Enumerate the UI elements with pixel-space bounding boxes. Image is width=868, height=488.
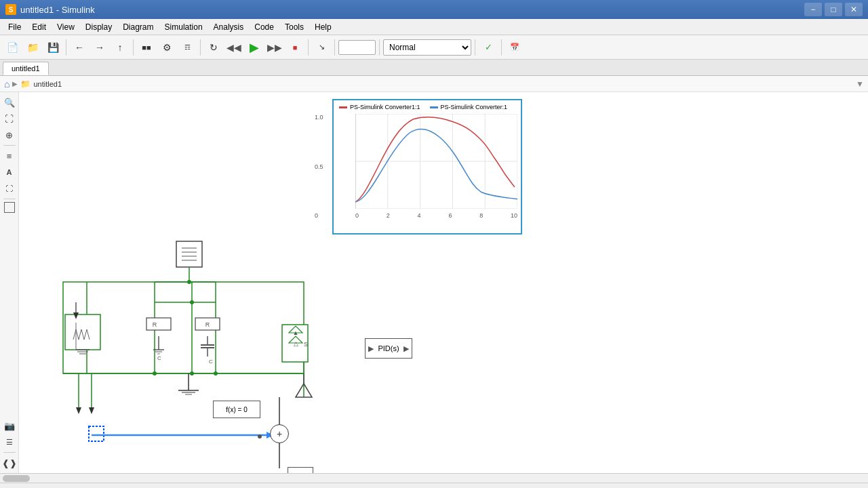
svg-text:R: R — [205, 321, 210, 328]
legend-color-1 — [339, 106, 347, 108]
svg-text:C: C — [157, 355, 161, 361]
forward-button[interactable]: → — [90, 38, 109, 57]
back-button[interactable]: ← — [70, 38, 89, 57]
separator-5 — [334, 39, 335, 56]
svg-marker-39 — [289, 336, 302, 343]
breadcrumb-dropdown-icon[interactable]: ▼ — [856, 79, 864, 89]
fit-button[interactable]: ⛶ — [2, 111, 17, 126]
scrollbar-thumb-h[interactable] — [3, 475, 30, 482]
svg-text:R: R — [153, 321, 157, 328]
legend-label-1: PS-Simulink Converter1:1 — [350, 104, 420, 110]
breadcrumb-bar: ⌂ ▶ 📁 untitled1 ▼ — [0, 76, 868, 92]
sim-time-input[interactable]: 10.0 — [338, 40, 376, 55]
fx-label: f(x) = 0 — [226, 406, 247, 413]
svg-rect-7 — [65, 314, 100, 350]
svg-point-34 — [187, 280, 191, 284]
menu-edit[interactable]: Edit — [26, 20, 52, 35]
svg-text:S: S — [304, 341, 308, 348]
svg-rect-0 — [63, 282, 304, 373]
sum-block[interactable]: + — [270, 424, 289, 443]
canvas[interactable]: R C R C — [19, 92, 868, 473]
separator-4 — [308, 39, 309, 56]
grid-button[interactable]: ☶ — [178, 38, 197, 57]
run-button[interactable]: ▶ — [245, 38, 264, 57]
left-sidebar: 🔍 ⛶ ⊕ ≡ A ⛶ 📷 ☰ ❰❱ — [0, 92, 19, 473]
maximize-button[interactable]: □ — [825, 3, 842, 16]
toolbar: 📄 📁 💾 ← → ↑ ■■ ⚙ ☶ ↻ ◀◀ ▶ ▶▶ ■ ↘ 10.0 No… — [0, 35, 868, 60]
up-button[interactable]: ↑ — [111, 38, 130, 57]
expand-button[interactable]: ❰❱ — [2, 455, 17, 470]
menu-help[interactable]: Help — [309, 20, 337, 35]
svg-marker-43 — [296, 384, 312, 397]
menu-view[interactable]: View — [52, 20, 80, 35]
menu-code[interactable]: Code — [249, 20, 279, 35]
list-button[interactable]: ☰ — [2, 434, 17, 449]
svg-point-47 — [190, 371, 194, 375]
menu-diagram[interactable]: Diagram — [117, 20, 159, 35]
save-button[interactable]: 💾 — [43, 38, 62, 57]
home-icon[interactable]: ⌂ — [4, 79, 9, 89]
scope-button[interactable]: ↘ — [312, 38, 331, 57]
separator-7 — [475, 39, 475, 56]
menu-file[interactable]: File — [3, 20, 26, 35]
svg-text:▲: ▲ — [293, 329, 299, 336]
step-fwd-button[interactable]: ▶▶ — [265, 38, 284, 57]
sidebar-separator-3 — [3, 452, 16, 453]
svg-point-46 — [153, 371, 157, 375]
tab-untitled1[interactable]: untitled1 — [3, 62, 49, 75]
step-back-button[interactable]: ◀◀ — [224, 38, 243, 57]
menu-analysis[interactable]: Analysis — [208, 20, 250, 35]
svg-rect-35 — [282, 325, 308, 362]
fx-block[interactable]: f(x) = 0 — [213, 401, 260, 418]
graph-window[interactable]: PS-Simulink Converter1:1 PS-Simulink Con… — [332, 99, 522, 235]
window-title: untitled1 - Simulink — [20, 5, 95, 15]
constant-block[interactable]: 1 — [288, 467, 313, 473]
reload-button[interactable]: ↻ — [204, 38, 223, 57]
menu-display[interactable]: Display — [80, 20, 117, 35]
photo-button[interactable]: 📷 — [2, 418, 17, 433]
graph-svg — [355, 114, 517, 209]
scrollbar-horizontal[interactable] — [0, 473, 868, 483]
image-button[interactable]: ⛶ — [2, 181, 17, 196]
breadcrumb-folder-icon: 📁 — [20, 79, 31, 89]
svg-point-63 — [258, 434, 262, 439]
svg-point-49 — [190, 300, 194, 304]
stop-button[interactable]: ■ — [285, 38, 304, 57]
legend-item-1: PS-Simulink Converter1:1 — [339, 104, 420, 110]
search-button[interactable]: 🔍 — [2, 95, 17, 110]
svg-point-48 — [214, 371, 218, 375]
separator-1 — [66, 39, 66, 56]
open-button[interactable]: 📁 — [23, 38, 42, 57]
library-button[interactable]: ■■ — [137, 38, 156, 57]
check-button[interactable]: ✓ — [479, 38, 498, 57]
breadcrumb-path[interactable]: untitled1 — [33, 80, 62, 88]
separator-6 — [379, 39, 380, 56]
separator-2 — [133, 39, 134, 56]
svg-rect-21 — [195, 318, 220, 330]
zoom-button[interactable]: ⊕ — [2, 127, 17, 142]
svg-text:C: C — [209, 359, 213, 365]
settings-button[interactable]: ⚙ — [157, 38, 176, 57]
sort-button[interactable]: ≡ — [2, 148, 17, 163]
title-bar: S untitled1 - Simulink − □ ✕ — [0, 0, 868, 19]
pid-block[interactable]: ▶ PID(s) ▶ — [365, 338, 412, 359]
sim-mode-select[interactable]: Normal Accelerator Rapid Accelerator — [383, 39, 471, 56]
text-button[interactable]: A — [2, 165, 17, 180]
menu-simulation[interactable]: Simulation — [159, 20, 208, 35]
svg-marker-52 — [76, 407, 81, 414]
svg-marker-13 — [73, 312, 79, 319]
rect-button[interactable] — [4, 202, 15, 213]
breadcrumb-separator: ▶ — [12, 80, 18, 87]
calendar-button[interactable]: 📅 — [505, 38, 524, 57]
legend-color-2 — [430, 106, 438, 108]
menu-bar: File Edit View Display Diagram Simulatio… — [0, 19, 868, 35]
separator-3 — [200, 39, 201, 56]
svg-marker-38 — [289, 326, 302, 333]
sidebar-separator-1 — [3, 145, 16, 146]
pid-label: PID(s) — [378, 344, 399, 352]
minimize-button[interactable]: − — [804, 3, 822, 16]
close-button[interactable]: ✕ — [845, 3, 863, 16]
tab-bar: untitled1 — [0, 60, 868, 76]
menu-tools[interactable]: Tools — [279, 20, 309, 35]
new-button[interactable]: 📄 — [3, 38, 22, 57]
